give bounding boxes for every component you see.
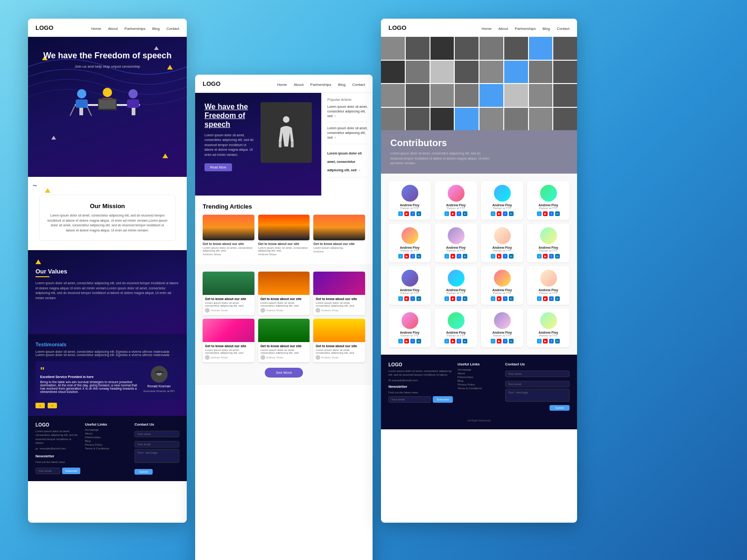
linkedin-icon-13[interactable]: in [416,339,421,343]
facebook-icon-8[interactable]: f [549,254,554,259]
youtube-icon-5[interactable]: ▶ [404,254,409,259]
youtube-icon-10[interactable]: ▶ [451,296,455,301]
twitter-icon-4[interactable]: t [537,211,542,216]
facebook-icon-3[interactable]: f [503,211,507,216]
right-link-privacy[interactable]: Privacy Policy [458,383,500,386]
right-contact-email[interactable] [505,381,570,387]
right-nav-contact[interactable]: Contact [557,27,570,31]
facebook-icon-13[interactable]: f [410,339,415,343]
linkedin-icon-2[interactable]: in [463,211,467,216]
twitter-icon-16[interactable]: t [537,339,542,343]
facebook-icon-14[interactable]: f [457,339,461,343]
facebook-icon-2[interactable]: f [457,211,461,216]
twitter-icon-10[interactable]: t [444,296,449,301]
twitter-icon-7[interactable]: t [491,254,495,259]
linkedin-icon-12[interactable]: in [555,296,560,301]
youtube-icon-1[interactable]: ▶ [404,211,409,216]
twitter-icon-6[interactable]: t [444,254,449,259]
contact-email-input[interactable] [134,441,179,448]
linkedin-icon-15[interactable]: in [509,339,514,343]
contact-message-input[interactable] [134,449,179,463]
linkedin-icon-7[interactable]: in [509,254,514,259]
right-link-blog[interactable]: Blog [458,379,500,382]
right-contact-name[interactable] [505,371,570,377]
youtube-icon-16[interactable]: ▶ [543,339,548,343]
twitter-icon-9[interactable]: t [398,296,403,301]
youtube-icon-8[interactable]: ▶ [543,254,548,259]
right-nav-blog[interactable]: Blog [543,27,550,31]
youtube-icon-2[interactable]: ▶ [451,211,455,216]
youtube-icon-9[interactable]: ▶ [404,296,409,301]
facebook-icon-4[interactable]: f [549,211,554,216]
twitter-icon-1[interactable]: t [398,211,403,216]
linkedin-icon-6[interactable]: in [463,254,467,259]
linkedin-icon-8[interactable]: in [555,254,560,259]
twitter-icon-2[interactable]: t [444,211,449,216]
twitter-icon-13[interactable]: t [398,339,403,343]
twitter-icon-14[interactable]: t [444,339,449,343]
facebook-icon-10[interactable]: f [457,296,461,301]
read-more-button[interactable]: Read More [204,163,232,171]
testimonial-prev[interactable]: ‹ [35,403,45,408]
right-nav-home[interactable]: Home [481,27,491,31]
right-nav-partnerships[interactable]: Partnerships [515,27,536,31]
right-link-partnerships[interactable]: Partnerships [458,376,500,378]
middle-nav-home[interactable]: Home [277,83,287,87]
twitter-icon-3[interactable]: t [491,211,495,216]
facebook-icon-9[interactable]: f [410,296,415,301]
youtube-icon-11[interactable]: ▶ [497,296,501,301]
footer-link-homepage[interactable]: Homepage [85,428,130,431]
right-submit-button[interactable]: Submit [550,405,570,411]
right-link-about[interactable]: About [458,372,500,375]
right-link-homepage[interactable]: Homepage [458,368,500,371]
right-subscribe-button[interactable]: Subscribe [433,396,453,403]
linkedin-icon-9[interactable]: in [416,296,421,301]
see-more-button[interactable]: See More [265,368,303,378]
facebook-icon-5[interactable]: f [410,254,415,259]
testimonial-next[interactable]: › [48,403,57,408]
youtube-icon-14[interactable]: ▶ [451,339,455,343]
middle-nav-blog[interactable]: Blog [338,83,345,87]
twitter-icon-11[interactable]: t [491,296,495,301]
right-link-terms[interactable]: Terms & Conditions [458,387,500,390]
youtube-icon-4[interactable]: ▶ [543,211,548,216]
facebook-icon-16[interactable]: f [549,339,554,343]
footer-link-blog[interactable]: Blog [85,440,130,442]
youtube-icon-13[interactable]: ▶ [404,339,409,343]
left-nav-blog[interactable]: Blog [152,27,160,31]
youtube-icon-6[interactable]: ▶ [451,254,455,259]
linkedin-icon-4[interactable]: in [555,211,560,216]
left-nav-home[interactable]: Home [91,27,101,31]
newsletter-email-input[interactable] [35,468,60,474]
youtube-icon-15[interactable]: ▶ [497,339,501,343]
facebook-icon-11[interactable]: f [503,296,507,301]
linkedin-icon-11[interactable]: in [509,296,514,301]
middle-nav-contact[interactable]: Contact [352,83,365,87]
right-newsletter-input[interactable] [388,396,431,403]
youtube-icon-12[interactable]: ▶ [543,296,548,301]
facebook-icon-7[interactable]: f [503,254,507,259]
youtube-icon-3[interactable]: ▶ [497,211,501,216]
middle-nav-about[interactable]: About [294,83,303,87]
linkedin-icon-16[interactable]: in [555,339,560,343]
linkedin-icon-10[interactable]: in [463,296,467,301]
right-contact-message[interactable] [505,389,570,402]
youtube-icon-7[interactable]: ▶ [497,254,501,259]
left-nav-contact[interactable]: Contact [166,27,179,31]
facebook-icon-12[interactable]: f [549,296,554,301]
footer-link-about[interactable]: About [85,432,130,435]
footer-link-privacy[interactable]: Privacy Policy [85,443,130,446]
subscribe-button[interactable]: Subscribe [62,468,80,474]
footer-link-partnerships[interactable]: Partnerships [85,436,130,439]
middle-nav-partnerships[interactable]: Partnerships [310,83,331,87]
linkedin-icon-5[interactable]: in [416,254,421,259]
linkedin-icon-14[interactable]: in [463,339,467,343]
twitter-icon-15[interactable]: t [491,339,495,343]
linkedin-icon-3[interactable]: in [509,211,514,216]
right-nav-about[interactable]: About [498,27,508,31]
linkedin-icon-1[interactable]: in [416,211,421,216]
facebook-icon-15[interactable]: f [503,339,507,343]
footer-link-terms[interactable]: Terms & Conditions [85,447,130,450]
contact-submit-button[interactable]: Submit [134,469,153,475]
contact-name-input[interactable] [134,431,179,437]
